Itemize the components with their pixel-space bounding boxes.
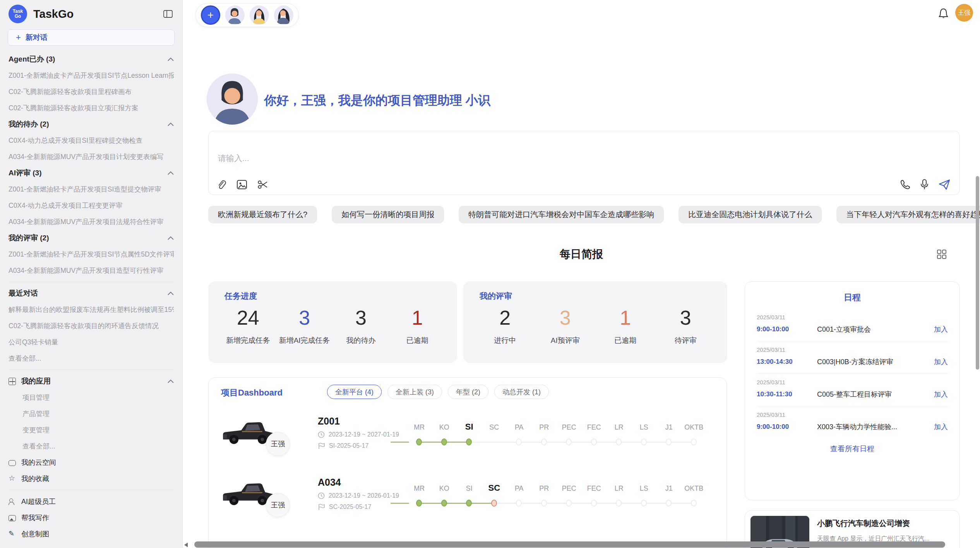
stat-value: 3 [333, 306, 389, 329]
sidebar-tool[interactable]: AI超级员工 [9, 493, 174, 510]
apps-header-label: 我的应用 [9, 376, 51, 386]
milestone-dot [641, 500, 647, 507]
sidebar-section-header[interactable]: 我的评审 (2) [9, 230, 174, 246]
project-flag: SI-2025-05-17 [318, 442, 399, 449]
mic-icon[interactable] [920, 179, 929, 190]
suggestion-chip[interactable]: 如何写一份清晰的项目周报 [332, 206, 444, 223]
view-all-schedule[interactable]: 查看所有日程 [745, 444, 959, 454]
chevron-up-icon[interactable] [168, 291, 174, 295]
milestone-label: OKTB [682, 485, 707, 493]
milestone-connector [494, 442, 519, 443]
app-item[interactable]: 变更管理 [9, 422, 174, 438]
chevron-up-icon[interactable] [168, 379, 174, 383]
stat: 3 AI预评审 [535, 306, 596, 346]
dashboard-tab[interactable]: 全新平台 (4) [327, 385, 382, 399]
sidebar-section-header[interactable]: 我的待办 (2) [9, 116, 174, 132]
team-avatar[interactable] [225, 5, 245, 25]
team-avatar[interactable] [250, 5, 269, 25]
join-link[interactable]: 加入 [934, 422, 948, 432]
project-info: Z001 2023-12-19 ~ 2027-01-19 SI-2025-05-… [318, 416, 399, 449]
milestone-connector [594, 503, 619, 504]
horizontal-scrollbar-handle[interactable] [194, 541, 945, 548]
milestone-label: FEC [582, 423, 607, 432]
vertical-scrollbar-handle[interactable] [976, 176, 979, 370]
sidebar-link[interactable]: 我的云空间 [9, 454, 174, 471]
milestone: KO [432, 419, 457, 456]
recent-conversation-item[interactable]: 查看全部... [9, 350, 174, 366]
sidebar-item[interactable]: C0X4-动力总成开发项目工程变更评审 [9, 197, 174, 214]
sidebar-item[interactable]: C02-飞腾新能源轻客改款项目里程碑画布 [9, 84, 174, 100]
chevron-up-icon[interactable] [168, 236, 174, 240]
image-icon[interactable] [236, 180, 247, 190]
milestone-connector [469, 503, 495, 504]
milestone-connector [644, 503, 669, 504]
join-link[interactable]: 加入 [934, 325, 948, 334]
recent-conversation-item[interactable]: 解释最新出台的欧盟报废车法规再生塑料比例被调至15%... [9, 301, 174, 318]
layout-grid-icon[interactable] [937, 249, 947, 259]
chat-input[interactable] [214, 149, 795, 172]
join-link[interactable]: 加入 [934, 390, 948, 399]
horizontal-scrollbar[interactable] [183, 541, 974, 548]
new-chat-button[interactable]: + 新对话 [8, 29, 175, 46]
suggestion-chips: 欧洲新规最近颁布了什么? 如何写一份清晰的项目周报 特朗普可能对进口汽车增税会对… [208, 206, 980, 223]
sidebar-link[interactable]: 我的收藏 [9, 471, 174, 487]
sidebar-item[interactable]: Z001-全新燃油皮卡产品开发项目SI节点Lesson Learn报告 [9, 67, 174, 84]
project-row[interactable]: 王强 Z001 2023-12-19 ~ 2027-01-19 SI-2025-… [209, 413, 726, 474]
add-member-button[interactable]: + [201, 5, 220, 25]
sidebar-item[interactable]: A034-全新新能源MUV产品开发项目法规符合性评审 [9, 214, 174, 230]
suggestion-chip[interactable]: 比亚迪全固态电池计划具体说了什么 [678, 206, 822, 223]
scissors-icon[interactable] [257, 180, 268, 190]
dashboard-tab[interactable]: 动总开发 (1) [494, 385, 549, 399]
chevron-up-icon[interactable] [168, 122, 174, 126]
milestone-label: PR [532, 485, 557, 493]
app-item[interactable]: 产品管理 [9, 406, 174, 422]
send-icon[interactable] [939, 179, 950, 190]
input-attachments [216, 179, 268, 190]
chevron-up-icon[interactable] [168, 171, 174, 175]
milestone-connector [420, 442, 445, 443]
milestone: PR [532, 480, 557, 517]
dashboard-tab[interactable]: 年型 (2) [448, 385, 488, 399]
phone-icon[interactable] [900, 179, 910, 190]
sidebar-tool[interactable]: 创意制图 [9, 526, 174, 542]
recent-conversation-item[interactable]: C02-飞腾新能源轻客改款项目的闭环通告反馈情况 [9, 318, 174, 334]
sidebar-section-header[interactable]: AI评审 (3) [9, 165, 174, 181]
collapse-sidebar-icon[interactable] [162, 8, 174, 20]
suggestion-chip[interactable]: 欧洲新规最近颁布了什么? [208, 206, 317, 223]
milestone-connector [469, 442, 495, 443]
milestone-dot [641, 438, 647, 445]
sidebar-item[interactable]: Z001-全新燃油轻卡产品开发项目SI造型提交物评审 [9, 181, 174, 197]
dashboard-tab[interactable]: 全新上装 (3) [387, 385, 442, 399]
project-row[interactable]: 王强 A034 2023-12-19 ~ 2026-01-19 SC-2025-… [209, 474, 726, 535]
sidebar-item[interactable]: A034-全新新能源MUV产品开发项目造型可行性评审 [9, 262, 174, 279]
join-link[interactable]: 加入 [934, 357, 948, 366]
team-avatar[interactable] [274, 5, 293, 25]
schedule-event-title: C003|H0B-方案冻结评审 [817, 357, 934, 366]
input-actions [900, 179, 950, 190]
paperclip-icon[interactable] [216, 179, 226, 190]
sidebar-item[interactable]: C02-飞腾新能源轻客改款项目立项汇报方案 [9, 100, 174, 116]
scroll-left-arrow-icon[interactable] [184, 543, 188, 547]
app-item[interactable]: 项目管理 [9, 389, 174, 406]
app-item[interactable]: 查看全部... [9, 438, 174, 454]
sidebar-item[interactable]: A034-全新新能源MUV产品开发项目计划变更表编写 [9, 149, 174, 165]
milestone-label: SI [457, 485, 482, 493]
sidebar-section-header[interactable]: Agent已办 (3) [9, 51, 174, 67]
suggestion-chip[interactable]: 当下年轻人对汽车外观有怎样的喜好趋势 [836, 206, 980, 223]
milestone-label: LS [632, 485, 657, 493]
schedule-time: 9:00-10:00 [757, 325, 817, 333]
milestone: SI [457, 480, 482, 517]
user-avatar[interactable]: 王强 [955, 4, 973, 22]
suggestion-chip[interactable]: 特朗普可能对进口汽车增税会对中国车企造成哪些影响 [459, 206, 664, 223]
sidebar-section-header-apps[interactable]: 我的应用 [9, 373, 174, 389]
sidebar-tool[interactable]: 帮我写作 [9, 510, 174, 526]
app-title: TaskGo [33, 8, 156, 21]
owner-badge: 王强 [266, 432, 290, 456]
sidebar-section-header-recent[interactable]: 最近对话 [9, 285, 174, 301]
milestone-label: MR [407, 423, 432, 432]
recent-conversation-item[interactable]: 公司Q3轻卡销量 [9, 334, 174, 350]
chevron-up-icon[interactable] [168, 57, 174, 61]
sidebar-item[interactable]: C0X4-动力总成开发项目SI里程碑提交物检查 [9, 132, 174, 149]
sidebar-item[interactable]: Z001-全新燃油轻卡产品开发项目SI节点属性5D文件评审 [9, 246, 174, 262]
notification-bell-icon[interactable] [938, 8, 949, 19]
